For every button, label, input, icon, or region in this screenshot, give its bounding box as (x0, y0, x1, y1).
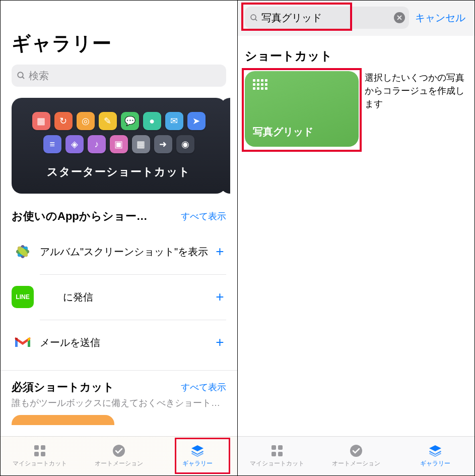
grid-icon (269, 444, 285, 457)
section-title: お使いのAppからショー… (12, 209, 148, 224)
tab-my-shortcuts[interactable]: マイショートカット (238, 437, 317, 475)
result-description: 選択したいくつかの写真からコラージュを作成します (365, 71, 468, 110)
starter-icon: ▦ (132, 135, 150, 153)
svg-rect-21 (272, 445, 276, 450)
grid-icon (253, 79, 351, 90)
starter-card-title: スターターショートカット (47, 164, 190, 180)
results-section-title: ショートカット (245, 48, 468, 64)
clock-check-icon (111, 444, 126, 457)
svg-rect-15 (41, 452, 45, 456)
svg-line-1 (22, 77, 24, 79)
gallery-screen: ギャラリー 検索 ▦↻◎✎💬●✉➤ ≡◈♪▣▦➜◉ スターターショートカット お… (1, 1, 238, 475)
grid-icon (32, 444, 47, 457)
tab-gallery[interactable]: ギャラリー (158, 437, 237, 475)
tab-bar: マイショートカット オートメーション ギャラリー (238, 436, 475, 475)
section-title: 必須ショートカット (12, 380, 114, 395)
app-shortcut-row-gmail[interactable]: メールを送信 + (12, 320, 226, 365)
starter-icon: ● (143, 112, 161, 130)
starter-icon: ↻ (54, 112, 73, 130)
starter-card-next-peek[interactable] (220, 98, 230, 194)
starter-icon: ✉ (165, 112, 183, 130)
svg-rect-13 (41, 445, 45, 450)
search-header: 写真グリッド キャンセル (238, 1, 475, 36)
starter-wrap: ▦↻◎✎💬●✉➤ ≡◈♪▣▦➜◉ スターターショートカット (12, 98, 226, 194)
layers-icon (190, 444, 205, 457)
starter-icon: ◉ (176, 135, 194, 153)
svg-point-25 (350, 445, 362, 457)
starter-icon: ◎ (77, 112, 95, 130)
gmail-app-icon (12, 331, 34, 353)
see-all-link[interactable]: すべて表示 (181, 210, 226, 222)
starter-icon: ▦ (32, 112, 50, 130)
section-from-apps-header: お使いのAppからショー… すべて表示 (12, 209, 226, 224)
app-shortcut-label: アルバム"スクリーンショット"を表示 (40, 245, 216, 259)
search-results-screen: 写真グリッド キャンセル ショートカット 写真グリッド 選択したいくつかの写真か… (238, 1, 475, 475)
starter-icon: ≡ (43, 135, 61, 153)
starter-icon: ✎ (99, 112, 117, 130)
search-icon (17, 71, 26, 80)
svg-rect-12 (34, 445, 39, 450)
starter-icon: ➜ (154, 135, 172, 153)
svg-point-16 (113, 445, 125, 457)
starter-icon: ◈ (65, 135, 84, 153)
clock-check-icon (349, 444, 364, 457)
svg-rect-24 (278, 452, 283, 456)
svg-rect-14 (34, 452, 39, 456)
starter-icon: 💬 (121, 112, 139, 130)
clear-search-button[interactable] (394, 12, 405, 23)
photos-app-icon (12, 241, 34, 263)
svg-rect-22 (278, 445, 283, 450)
starter-icon-grid: ▦↻◎✎💬●✉➤ ≡◈♪▣▦➜◉ (32, 112, 206, 153)
app-shortcut-label: xxxx に発信 (40, 290, 216, 304)
layers-icon (428, 444, 443, 457)
result-row: 写真グリッド 選択したいくつかの写真からコラージュを作成します (245, 71, 468, 147)
svg-rect-23 (272, 452, 276, 456)
svg-point-0 (18, 72, 23, 78)
search-value: 写真グリッド (261, 11, 404, 25)
starter-icon: ➤ (187, 112, 206, 130)
svg-line-18 (255, 19, 257, 21)
page-title: ギャラリー (12, 31, 226, 56)
section-essential-header: 必須ショートカット すべて表示 (12, 380, 226, 395)
starter-shortcuts-card[interactable]: ▦↻◎✎💬●✉➤ ≡◈♪▣▦➜◉ スターターショートカット (12, 98, 226, 194)
search-icon (250, 14, 258, 22)
shortcut-result-card[interactable]: 写真グリッド (245, 71, 359, 147)
app-shortcut-label: メールを送信 (40, 336, 216, 349)
app-shortcut-list: アルバム"スクリーンショット"を表示 + LINE xxxx に発信 + (12, 229, 226, 365)
add-shortcut-button[interactable]: + (216, 289, 226, 305)
essential-shortcut-card-peek[interactable] (12, 415, 114, 425)
cancel-button[interactable]: キャンセル (415, 11, 467, 25)
gallery-scroll[interactable]: ギャラリー 検索 ▦↻◎✎💬●✉➤ ≡◈♪▣▦➜◉ スターターショートカット お… (1, 1, 237, 436)
search-input[interactable]: 検索 (12, 65, 226, 87)
svg-point-17 (251, 15, 256, 20)
starter-icon: ♪ (88, 135, 106, 153)
app-shortcut-row-photos[interactable]: アルバム"スクリーンショット"を表示 + (12, 229, 226, 274)
result-card-title: 写真グリッド (253, 125, 351, 139)
starter-icon: ▣ (110, 135, 128, 153)
search-placeholder: 検索 (29, 69, 49, 83)
tab-my-shortcuts[interactable]: マイショートカット (1, 437, 80, 475)
app-shortcut-row-line[interactable]: LINE xxxx に発信 + (12, 274, 226, 320)
line-app-icon: LINE (12, 286, 34, 308)
tab-bar: マイショートカット オートメーション ギャラリー (1, 436, 237, 475)
tab-automation[interactable]: オートメーション (316, 437, 395, 475)
search-input[interactable]: 写真グリッド (245, 7, 410, 29)
see-all-link[interactable]: すべて表示 (181, 381, 226, 393)
tab-automation[interactable]: オートメーション (80, 437, 159, 475)
add-shortcut-button[interactable]: + (216, 244, 226, 260)
tab-gallery[interactable]: ギャラリー (395, 437, 474, 475)
add-shortcut-button[interactable]: + (216, 334, 226, 350)
search-results-body: ショートカット 写真グリッド 選択したいくつかの写真からコラージュを作成します (238, 36, 475, 436)
section-description: 誰もがツールボックスに備えておくべきショート… (12, 397, 226, 409)
